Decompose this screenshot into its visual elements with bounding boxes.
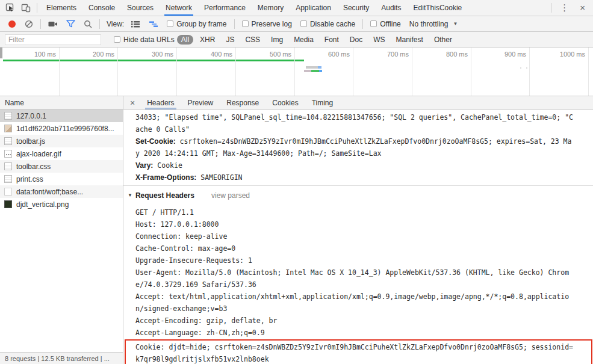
request-detail-panel: × HeadersPreviewResponseCookiesTiming 34… — [123, 96, 593, 364]
search-icon[interactable] — [84, 20, 92, 28]
timeline-gridline — [588, 48, 589, 96]
view-parsed-link[interactable]: view parsed — [211, 191, 250, 200]
network-overview[interactable]: 100 ms200 ms300 ms400 ms500 ms600 ms700 … — [0, 48, 593, 96]
header-line: y 2020 14:24:11 GMT; Max-Age=31449600; P… — [123, 147, 593, 159]
filter-type-css[interactable]: CSS — [241, 35, 264, 45]
tab-memory[interactable]: Memory — [252, 0, 290, 16]
list-view-icon[interactable] — [131, 20, 140, 28]
detail-tabs: HeadersPreviewResponseCookiesTiming — [140, 96, 340, 110]
waterfall-dot — [520, 67, 521, 69]
filter-type-js[interactable]: JS — [222, 35, 238, 45]
timeline-gridline — [353, 48, 353, 96]
header-line: Accept-Language: zh-CN,zh;q=0.9 — [123, 327, 593, 339]
close-detail-icon[interactable]: × — [125, 98, 140, 108]
document-icon — [4, 162, 12, 170]
timeline-tick-label: 400 ms — [211, 51, 235, 58]
overview-scroll-thumb[interactable] — [0, 48, 2, 58]
request-row[interactable]: 1d1df6220ab711e9996760f8... — [0, 122, 123, 135]
tab-sources[interactable]: Sources — [121, 0, 160, 16]
filter-type-doc[interactable]: Doc — [346, 35, 367, 45]
filter-type-other[interactable]: Other — [430, 35, 456, 45]
detail-tab-timing[interactable]: Timing — [305, 96, 340, 110]
tab-editthiscookie[interactable]: EditThisCookie — [408, 0, 468, 16]
timeline-tick-label: 800 ms — [446, 51, 471, 58]
name-column-header[interactable]: Name — [0, 96, 123, 110]
tab-application[interactable]: Application — [290, 0, 337, 16]
devtools-window: ElementsConsoleSourcesNetworkPerformance… — [0, 0, 593, 364]
offline-checkbox[interactable]: Offline — [370, 20, 400, 28]
header-line: Accept-Encoding: gzip, deflate, br — [123, 315, 593, 327]
request-row[interactable]: print.css — [0, 173, 123, 185]
request-row[interactable]: data:font/woff;base... — [0, 185, 123, 198]
timeline-gridline — [529, 48, 530, 96]
header-line: e/74.0.3729.169 Safari/537.36 — [123, 279, 593, 291]
timeline-gridline — [235, 48, 236, 96]
tab-elements[interactable]: Elements — [40, 0, 82, 16]
filter-input[interactable] — [5, 34, 101, 45]
filter-type-img[interactable]: Img — [267, 35, 287, 45]
header-line: Connection: keep-alive — [123, 230, 593, 242]
waterfall-mini-bar — [319, 70, 322, 72]
document-icon — [4, 112, 12, 120]
throttling-select[interactable]: No throttling ▼ — [409, 20, 458, 28]
checkbox-icon — [167, 20, 173, 27]
device-toolbar-icon[interactable] — [18, 1, 34, 15]
timeline-tick-label: 900 ms — [505, 51, 529, 58]
detail-tab-cookies[interactable]: Cookies — [265, 96, 305, 110]
disable-cache-checkbox[interactable]: Disable cache — [300, 20, 355, 28]
filter-type-all[interactable]: All — [177, 35, 193, 45]
inspect-icon[interactable] — [2, 1, 18, 15]
timeline-gridline — [294, 48, 295, 96]
timeline-gridline — [117, 48, 118, 96]
request-row[interactable]: toolbar.js — [0, 135, 123, 147]
collapse-arrow-icon[interactable]: ▼ — [128, 193, 132, 198]
divider — [99, 19, 100, 29]
filter-icon[interactable] — [66, 20, 75, 28]
document-icon — [4, 175, 12, 183]
capture-screenshots-icon[interactable] — [48, 20, 58, 28]
clear-icon[interactable] — [25, 20, 33, 28]
request-row[interactable]: 127.0.0.1 — [0, 110, 123, 122]
headers-content: 34033; "Elapsed time", SQLPanel_sql_time… — [123, 110, 593, 364]
close-icon[interactable]: × — [574, 1, 591, 15]
offline-label: Offline — [380, 20, 400, 28]
tab-security[interactable]: Security — [337, 0, 375, 16]
filter-type-manifest[interactable]: Manifest — [392, 35, 427, 45]
waterfall-view-icon[interactable] — [149, 20, 158, 28]
timeline-gridline — [412, 48, 412, 96]
header-line: Cache-Control: max-age=0 — [123, 242, 593, 254]
hide-data-urls-checkbox[interactable]: Hide data URLs — [114, 35, 175, 44]
timeline-tick-label: 600 ms — [328, 51, 353, 58]
detail-tab-headers[interactable]: Headers — [140, 96, 181, 110]
tab-network[interactable]: Network — [160, 0, 198, 16]
request-name: print.css — [16, 175, 43, 184]
checkbox-icon — [370, 20, 377, 27]
request-row[interactable]: ajax-loader.gif — [0, 147, 123, 160]
header-line: ache 0 Calls" — [123, 123, 593, 135]
request-headers-title[interactable]: Request Headers — [135, 191, 194, 200]
timeline-tick-label: 100 ms — [34, 51, 59, 58]
filter-type-font[interactable]: Font — [320, 35, 343, 45]
request-row[interactable]: toolbar.css — [0, 160, 123, 173]
filter-type-xhr[interactable]: XHR — [196, 35, 219, 45]
header-line: Upgrade-Insecure-Requests: 1 — [123, 254, 593, 267]
detail-tab-preview[interactable]: Preview — [181, 96, 220, 110]
preserve-log-checkbox[interactable]: Preserve log — [242, 20, 292, 28]
timeline-tick-label: 1000 ms — [560, 51, 588, 58]
header-line: User-Agent: Mozilla/5.0 (Macintosh; Inte… — [123, 267, 593, 279]
filter-type-ws[interactable]: WS — [369, 35, 389, 45]
timeline-gridline — [59, 48, 60, 96]
network-toolbar: View: Group by frame Preserve log Disabl… — [0, 16, 593, 32]
group-by-frame-checkbox[interactable]: Group by frame — [167, 20, 226, 28]
tab-console[interactable]: Console — [82, 0, 121, 16]
image-dark-icon — [4, 200, 12, 208]
detail-tab-response[interactable]: Response — [220, 96, 265, 110]
header-line: n/signed-exchange;v=b3 — [123, 303, 593, 315]
record-icon[interactable] — [8, 20, 16, 28]
tab-performance[interactable]: Performance — [198, 0, 252, 16]
cookie-header-line: k7qr98l9gdlritjslxfb51vx2lnb8oek — [126, 353, 591, 364]
tab-audits[interactable]: Audits — [375, 0, 407, 16]
more-options-icon[interactable]: ⋮ — [554, 1, 574, 15]
filter-type-media[interactable]: Media — [290, 35, 318, 45]
request-row[interactable]: djdt_vertical.png — [0, 198, 123, 211]
